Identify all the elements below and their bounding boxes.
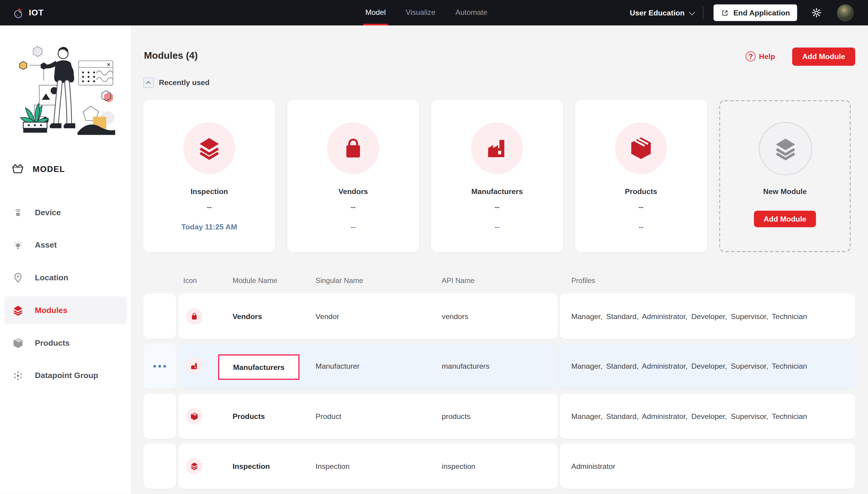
singular-name-cell: Manufacturer [315, 343, 359, 389]
card-record-count: -- [143, 203, 275, 211]
bag-icon [340, 135, 366, 161]
profiles-value: Manager, Standard, Administrator, Develo… [571, 293, 807, 339]
sidebar-item-label: Datapoint Group [35, 371, 98, 380]
factory-icon [484, 135, 510, 161]
settings-gear-icon[interactable] [811, 7, 822, 18]
end-application-button[interactable]: End Application [713, 4, 797, 21]
profiles-value: Manager, Standard, Administrator, Develo… [571, 394, 807, 439]
sidebar-illustration [12, 40, 119, 136]
sidebar-item-datapoint-group[interactable]: Datapoint Group [4, 362, 127, 389]
row-actions-cell[interactable] [143, 394, 176, 439]
sidebar-item-asset[interactable]: Asset [4, 231, 127, 259]
layers-icon [196, 135, 222, 161]
row-main-cell[interactable]: Vendors Vendor vendors [178, 293, 558, 339]
help-link[interactable]: ? Help [745, 52, 775, 61]
row-icon-circle [186, 408, 203, 425]
layers-icon [12, 304, 24, 316]
network-nodes-icon [12, 369, 24, 381]
row-icon-circle [186, 458, 203, 474]
add-module-card-button[interactable]: Add Module [754, 211, 816, 227]
sidebar-section-label: MODEL [33, 164, 65, 173]
tab-automate[interactable]: Automate [454, 0, 489, 25]
module-name-cell: Products [233, 394, 265, 439]
card-module-name: Inspection [143, 187, 275, 195]
org-selector[interactable]: User Education [630, 8, 694, 17]
nav-tabs: Model Visualize Automate [364, 0, 489, 25]
api-name-cell: products [442, 394, 471, 439]
external-link-icon [721, 8, 729, 17]
layers-icon [773, 136, 798, 162]
box-icon [12, 337, 24, 348]
row-main-cell[interactable]: Inspection Inspection inspection [178, 443, 558, 489]
card-last-used: -- [287, 223, 419, 231]
card-record-count: -- [287, 203, 419, 211]
open-box-icon [9, 162, 26, 175]
profiles-value: Manager, Standard, Administrator, Develo… [571, 343, 807, 389]
page-title: Modules (4) [144, 50, 198, 61]
row-profiles-cell[interactable]: Manager, Standard, Administrator, Develo… [560, 293, 855, 339]
recently-used-header: Recently used [143, 77, 210, 88]
api-name-cell: manufacturers [442, 343, 490, 389]
row-more-actions-icon[interactable] [143, 343, 176, 389]
row-icon-circle [186, 358, 203, 375]
recent-card-manufacturers[interactable]: Manufacturers -- -- [431, 100, 563, 252]
add-module-button[interactable]: Add Module [792, 48, 855, 66]
row-actions-cell[interactable] [143, 293, 176, 339]
card-last-used: -- [575, 223, 707, 231]
tab-model[interactable]: Model [364, 0, 387, 25]
column-header-icon: Icon [183, 277, 197, 285]
sidebar-item-label: Asset [35, 241, 57, 249]
row-actions-cell[interactable] [143, 343, 176, 389]
sidebar-item-modules[interactable]: Modules [4, 296, 127, 324]
singular-name-cell: Vendor [315, 293, 339, 339]
chevron-down-icon [689, 9, 695, 15]
card-module-name: Products [575, 187, 707, 195]
singular-name-cell: Product [315, 394, 341, 439]
recent-card-products[interactable]: Products -- -- [575, 100, 707, 252]
row-profiles-cell[interactable]: Manager, Standard, Administrator, Develo… [560, 394, 855, 439]
row-profiles-cell[interactable]: Administrator [560, 443, 855, 489]
sidebar: MODEL Device Asset Location Modules Prod… [0, 25, 132, 494]
device-icon [12, 206, 24, 218]
recent-card-inspection[interactable]: Inspection -- Today 11:25 AM [143, 100, 275, 252]
top-navbar: IOT Model Visualize Automate User Educat… [0, 0, 868, 25]
card-record-count: -- [431, 203, 563, 211]
sidebar-item-label: Location [35, 273, 68, 282]
card-icon-circle [183, 122, 235, 174]
tab-visualize[interactable]: Visualize [404, 0, 437, 25]
org-label: User Education [630, 8, 685, 17]
row-actions-cell[interactable] [143, 443, 176, 489]
card-module-name: Vendors [287, 187, 419, 195]
card-icon-circle [759, 122, 812, 175]
box-icon [190, 412, 199, 421]
box-icon [628, 135, 654, 161]
sidebar-item-products[interactable]: Products [4, 329, 127, 357]
iot-logo-icon [12, 6, 25, 19]
column-header-profiles: Profiles [571, 277, 595, 285]
new-module-card[interactable]: New Module Add Module [719, 100, 851, 252]
sidebar-item-location[interactable]: Location [4, 264, 127, 291]
row-profiles-cell[interactable]: Manager, Standard, Administrator, Develo… [560, 343, 855, 389]
collapse-chevron-up-icon[interactable] [143, 77, 154, 88]
asset-bulb-icon [12, 239, 24, 251]
column-header-api-name: API Name [442, 277, 475, 285]
card-icon-circle [471, 122, 523, 174]
bag-icon [190, 312, 199, 321]
row-icon-circle [186, 308, 203, 324]
recently-used-label: Recently used [159, 78, 210, 87]
question-circle-icon: ? [745, 52, 756, 61]
sidebar-item-device[interactable]: Device [4, 198, 127, 226]
row-main-cell[interactable]: Products Product products [178, 394, 558, 439]
profiles-value: Administrator [571, 443, 615, 489]
user-avatar[interactable] [837, 4, 854, 21]
row-main-cell[interactable]: Manufacturers Manufacturer manufacturers [178, 343, 558, 389]
sidebar-menu: Device Asset Location Modules Products D… [0, 198, 131, 394]
location-pin-icon [12, 272, 24, 283]
sidebar-item-label: Modules [35, 306, 67, 315]
sidebar-item-label: Device [35, 208, 60, 217]
column-header-module-name: Module Name [233, 277, 277, 285]
recent-card-vendors[interactable]: Vendors -- -- [287, 100, 419, 252]
module-name-cell: Vendors [233, 293, 262, 339]
singular-name-cell: Inspection [315, 443, 349, 489]
sidebar-section-model: MODEL [9, 162, 65, 175]
